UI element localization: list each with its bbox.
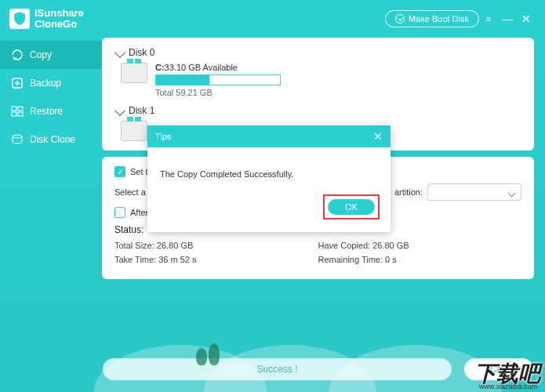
drive-total: Total 59.21 GB xyxy=(155,88,521,97)
footer: Success ! Can xyxy=(102,358,534,381)
svg-point-5 xyxy=(13,135,22,138)
usage-bar xyxy=(155,74,281,85)
success-label: Success ! xyxy=(256,364,297,375)
copy-icon xyxy=(11,49,24,61)
sidebar-item-backup[interactable]: Backup xyxy=(0,69,102,97)
titlebar: iSunshare CloneGo Make Boot Disk ≡ — ✕ xyxy=(0,0,545,38)
modal-message: The Copy Completed Successfully. xyxy=(147,147,391,187)
close-button[interactable]: ✕ xyxy=(517,13,536,25)
tips-modal: Tips ✕ The Copy Completed Successfully. … xyxy=(147,125,391,232)
ok-highlight: OK xyxy=(323,194,380,220)
after-label: After xyxy=(130,208,148,217)
modal-close-icon[interactable]: ✕ xyxy=(373,130,383,143)
drive-letter: C: xyxy=(155,63,165,72)
svg-rect-3 xyxy=(12,112,16,116)
chevron-down-icon xyxy=(114,105,125,116)
drive-icon xyxy=(121,63,147,83)
checkbox-empty-icon xyxy=(114,207,125,218)
modal-title: Tips xyxy=(155,132,171,141)
sidebar: Copy Backup Restore Disk Clone xyxy=(0,38,102,392)
sidebar-item-disk-clone[interactable]: Disk Clone xyxy=(0,125,102,154)
sidebar-label: Restore xyxy=(30,106,63,117)
backup-icon xyxy=(11,77,24,89)
app-brand: iSunshare CloneGo xyxy=(35,8,84,30)
status-have-copied: Have Copied: 26.80 GB xyxy=(318,238,522,252)
usage-bar-fill xyxy=(156,75,209,85)
sidebar-item-copy[interactable]: Copy xyxy=(0,41,102,69)
set-label: Set t xyxy=(130,167,148,176)
app-logo xyxy=(9,9,30,29)
status-remaining: Remaining Time: 0 s xyxy=(318,252,522,267)
sidebar-label: Copy xyxy=(30,49,52,60)
minimize-button[interactable]: — xyxy=(498,13,517,25)
checkbox-checked-icon: ✓ xyxy=(114,166,125,177)
select-label: Select a xyxy=(114,187,146,197)
success-button[interactable]: Success ! xyxy=(102,358,452,381)
restore-icon xyxy=(11,105,24,118)
chevron-down-icon xyxy=(114,47,125,58)
partition-label: artition: xyxy=(394,187,423,197)
disk-clone-icon xyxy=(11,133,24,146)
svg-rect-1 xyxy=(12,107,16,111)
make-boot-disk-button[interactable]: Make Boot Disk xyxy=(385,10,479,27)
boot-disk-icon xyxy=(395,14,405,24)
svg-rect-4 xyxy=(18,112,23,116)
modal-header: Tips ✕ xyxy=(147,125,391,147)
make-boot-label: Make Boot Disk xyxy=(409,14,469,24)
disk0-title: Disk 0 xyxy=(129,47,154,58)
watermark-url: www.xiazaiba.com xyxy=(479,383,537,390)
drive-avail: 33.10 GB Available xyxy=(165,63,238,72)
drive-row: C:33.10 GB Available Total 59.21 GB xyxy=(114,63,521,97)
disk0-header[interactable]: Disk 0 xyxy=(114,47,521,58)
disk1-title: Disk 1 xyxy=(129,105,154,116)
brand-line2: CloneGo xyxy=(35,19,84,30)
drive-icon xyxy=(121,121,147,141)
sidebar-label: Backup xyxy=(30,78,61,89)
disk1-header[interactable]: Disk 1 xyxy=(114,105,521,116)
drive-title: C:33.10 GB Available xyxy=(155,63,521,72)
partition-select[interactable] xyxy=(427,183,521,201)
sidebar-item-restore[interactable]: Restore xyxy=(0,97,102,125)
sidebar-label: Disk Clone xyxy=(30,134,75,145)
ok-label: OK xyxy=(345,202,358,212)
svg-rect-2 xyxy=(18,107,23,111)
status-total-size: Total Size: 26.80 GB xyxy=(114,238,318,252)
settings-button[interactable]: ≡ xyxy=(479,14,498,24)
status-take-time: Take Time: 36 m 52 s xyxy=(114,252,318,267)
brand-line1: iSunshare xyxy=(35,8,84,19)
ok-button[interactable]: OK xyxy=(328,199,375,215)
